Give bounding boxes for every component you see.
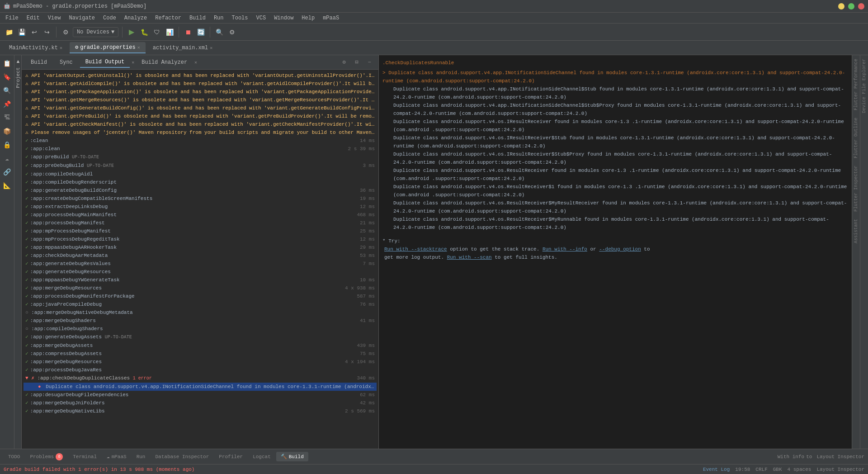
log-dup-8: Duplicate class android.support.v4.os.Re…: [382, 183, 848, 199]
tab-main-activity-label: MainActivity.kt: [9, 45, 58, 51]
menu-window[interactable]: Window: [270, 14, 297, 22]
bottom-tab-terminal[interactable]: Terminal: [68, 452, 101, 461]
bottom-tab-profiler[interactable]: Profiler: [214, 452, 247, 461]
warning-line-8: ⚠ Please remove usages of 'jcenter()' Ma…: [24, 128, 377, 137]
build-output-close[interactable]: ✕: [132, 60, 134, 65]
bottom-tab-run[interactable]: Run: [132, 452, 150, 461]
menu-view[interactable]: View: [44, 14, 65, 22]
tab-gradle-properties[interactable]: ⚙ gradle.properties ✕: [70, 42, 146, 53]
sidebar-icon-4[interactable]: 📌: [1, 98, 14, 110]
build-tab-build[interactable]: Build: [25, 57, 52, 67]
run-stacktrace-link[interactable]: Run with --stacktrace: [384, 246, 447, 252]
toolbar-undo[interactable]: ↩: [29, 27, 40, 38]
run-debug-link[interactable]: --debug option: [599, 246, 641, 252]
status-crlf[interactable]: CRLF: [755, 467, 767, 472]
coverage-button[interactable]: 🛡: [151, 27, 162, 38]
run-scan-link[interactable]: Run with --scan: [447, 255, 492, 260]
profile-button[interactable]: 📊: [164, 27, 175, 38]
status-charset[interactable]: GBK: [773, 467, 782, 472]
bottom-tab-problems[interactable]: Problems 8: [25, 451, 67, 462]
sidebar-project-icon[interactable]: 📋: [1, 57, 14, 70]
sidebar-icon-10[interactable]: 📐: [1, 179, 14, 192]
menu-navigate[interactable]: Navigate: [65, 14, 99, 22]
tab-main-activity[interactable]: MainActivity.kt ✕: [4, 43, 68, 53]
menu-tools[interactable]: Tools: [228, 14, 252, 22]
tab-main-activity-close[interactable]: ✕: [60, 45, 62, 51]
task-mergeJniFolders: ✓:app:mergeDebugJniFolders 42 ms: [24, 399, 377, 407]
log-output[interactable]: .CheckDuplicatesRunnable > Duplicate cla…: [379, 55, 852, 449]
with-info-to: to: [806, 454, 812, 460]
flutter-performance-label[interactable]: Flutter Performance: [853, 55, 859, 114]
menu-edit[interactable]: Edit: [23, 14, 43, 22]
build-output[interactable]: ⚠ API 'variantOutput.getUninstall()' is …: [22, 70, 378, 449]
task-clean: ✓:clean 14 ms: [24, 137, 377, 145]
debug-button[interactable]: 🐛: [139, 27, 150, 38]
toolbar-sep-2: [122, 27, 123, 38]
bottom-tab-mpaas[interactable]: ☁ mPaaS: [102, 452, 131, 461]
device-file-explorer-label[interactable]: Device File Explorer: [861, 55, 868, 117]
no-devices-dropdown[interactable]: No Devices ▼: [73, 27, 118, 37]
toolbar-app-config[interactable]: ⚙: [60, 27, 71, 38]
toolbar-save[interactable]: 💾: [16, 27, 27, 38]
run-info-link[interactable]: Run with --info: [542, 246, 587, 252]
build-tab-sync[interactable]: Sync: [54, 57, 78, 67]
log-try-section: * Try: Run with --stacktrace option to g…: [382, 237, 848, 261]
bottom-tab-database-inspector[interactable]: Database Inspector: [151, 452, 213, 461]
toolbar-redo[interactable]: ↪: [42, 27, 52, 38]
flutter-inspector-label[interactable]: Flutter Inspector: [853, 162, 859, 215]
tab-activity-main-xml[interactable]: activity_main.xml ✕: [147, 43, 218, 53]
tab-activity-main-close[interactable]: ✕: [210, 45, 212, 51]
task-mppaasYWGenerate: ✓:app:mppaasDebugYWGenerateTask 10 ms: [24, 276, 377, 284]
sidebar-icon-5[interactable]: 🏗: [1, 111, 14, 124]
build-tab-output[interactable]: Build Output: [80, 57, 130, 68]
layout-inspector-status[interactable]: Layout Inspector: [816, 467, 864, 472]
toolbar-project-structure[interactable]: 📁: [4, 27, 14, 38]
bottom-tab-todo[interactable]: TODO: [4, 452, 24, 461]
mpaas-icon: ☁: [107, 454, 110, 460]
menu-refactor[interactable]: Refactor: [151, 14, 185, 22]
menu-analyze[interactable]: Analyze: [121, 14, 151, 22]
maximize-button[interactable]: □: [848, 3, 854, 9]
status-left: Gradle build failed with 1 error(s) in 1…: [4, 467, 194, 472]
log-full-insights: to get full insights.: [495, 255, 557, 260]
log-or-text: or: [590, 246, 599, 252]
sidebar-icon-9[interactable]: 🔗: [1, 166, 14, 178]
error-text: Duplicate class android.support.v4.app.I…: [46, 384, 377, 389]
bottom-tab-build[interactable]: 🔨 Build: [276, 452, 308, 461]
bottom-tab-logcat[interactable]: Logcat: [248, 452, 275, 461]
sync-button[interactable]: 🔄: [195, 27, 206, 38]
menu-mpaas[interactable]: mPaaS: [319, 14, 343, 22]
settings-button[interactable]: ⚙: [226, 27, 237, 38]
event-log-link[interactable]: Event Log: [703, 467, 730, 472]
build-header-layout[interactable]: ⊟: [351, 57, 362, 68]
menu-run[interactable]: Run: [210, 14, 227, 22]
close-button[interactable]: ✕: [858, 3, 864, 9]
menu-help[interactable]: Help: [298, 14, 318, 22]
sidebar-icon-8[interactable]: ☁: [1, 152, 14, 165]
flutter-outline-label[interactable]: Flutter Outline: [853, 114, 859, 162]
build-header-close[interactable]: −: [364, 57, 375, 68]
status-indent[interactable]: 4 spaces: [788, 467, 811, 472]
project-panel-label[interactable]: Project ▼: [15, 59, 21, 88]
task-checkDuplicateClasses-row[interactable]: ▼ ✗ :app:checkDebugDuplicateClasses 1 er…: [24, 374, 377, 383]
build-tab-analyzer[interactable]: Build Analyzer: [136, 57, 193, 67]
menu-build[interactable]: Build: [186, 14, 209, 22]
menu-vcs[interactable]: VCS: [253, 14, 270, 22]
build-header-settings[interactable]: ⚙: [339, 57, 349, 68]
sidebar-icon-7[interactable]: 🔒: [1, 138, 14, 151]
run-button[interactable]: ▶: [126, 27, 137, 38]
tab-gradle-properties-close[interactable]: ✕: [137, 45, 140, 50]
sidebar-icon-2[interactable]: 🔖: [1, 71, 14, 83]
log-get-more-text: get more log output.: [384, 255, 447, 260]
menu-file[interactable]: File: [2, 14, 22, 22]
assistant-label[interactable]: Assistant: [853, 215, 859, 247]
stop-button[interactable]: ⏹: [183, 27, 193, 38]
build-analyzer-close[interactable]: ✕: [194, 60, 197, 65]
search-button[interactable]: 🔍: [214, 27, 225, 38]
layout-inspector-label[interactable]: Layout Inspector: [816, 454, 864, 460]
menu-code[interactable]: Code: [99, 14, 120, 22]
sidebar-icon-3[interactable]: 🔍: [1, 84, 14, 97]
minimize-button[interactable]: ─: [838, 3, 844, 9]
sidebar-icon-6[interactable]: 📦: [1, 125, 14, 137]
duplicate-class-error-line[interactable]: ● Duplicate class android.support.v4.app…: [24, 383, 377, 391]
